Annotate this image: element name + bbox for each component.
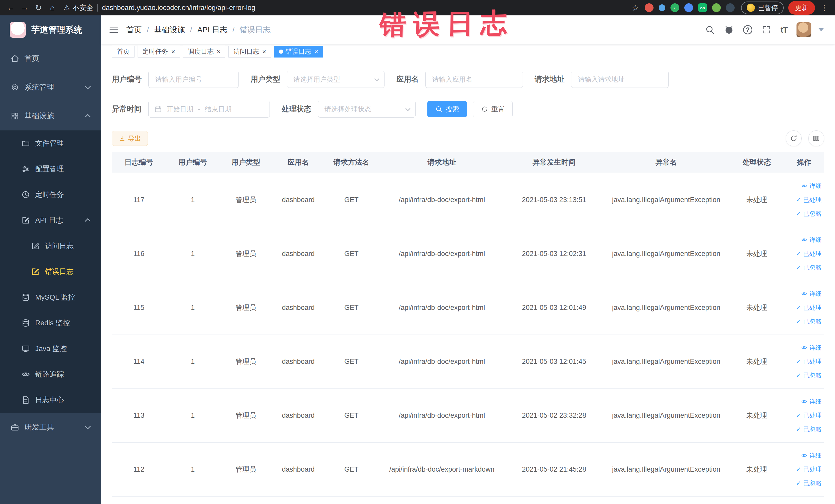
browser-update-button[interactable]: 更新 [788, 1, 815, 15]
extension-icon-blue-grid[interactable] [684, 3, 693, 12]
tab-access-log[interactable]: 访问日志 × [228, 46, 271, 58]
tampermonkey-paused-chip[interactable]: 已暂停 [741, 2, 784, 14]
close-icon[interactable]: × [217, 48, 221, 55]
row-action-ignore[interactable]: ✓ 已忽略 [784, 368, 822, 382]
sidebar-item-file-management[interactable]: 文件管理 [0, 130, 101, 156]
reset-button[interactable]: 重置 [473, 101, 513, 117]
user-avatar[interactable] [796, 22, 811, 37]
col-method: 请求方法名 [324, 152, 378, 173]
sidebar-item-java-monitor[interactable]: Java 监控 [0, 336, 101, 362]
request-url-input[interactable] [571, 71, 669, 88]
row-action-ignore[interactable]: ✓ 已忽略 [784, 476, 822, 490]
app-frame: 芋道管理系统 首页 系统管理 基础设施 [0, 15, 835, 504]
breadcrumb-item-api-log[interactable]: API 日志 [197, 25, 227, 35]
logo[interactable]: 芋道管理系统 [0, 15, 101, 44]
sidebar-item-trace[interactable]: 链路追踪 [0, 362, 101, 387]
row-action-ignore[interactable]: ✓ 已忽略 [784, 261, 822, 275]
fullscreen-icon[interactable] [761, 25, 771, 35]
close-icon[interactable]: × [314, 48, 318, 55]
help-icon[interactable]: ? [743, 25, 752, 35]
row-action-detail[interactable]: 详细 [784, 395, 822, 408]
app-name-input[interactable] [425, 71, 523, 88]
table-header-row: 日志编号 用户编号 用户类型 应用名 请求方法名 请求地址 异常发生时间 异常名… [112, 152, 824, 173]
user-id-input[interactable] [148, 71, 239, 88]
address-bar[interactable]: ⚠ 不安全 dashboard.yudao.iocoder.cn/infra/l… [60, 3, 628, 12]
row-action-ignore[interactable]: ✓ 已忽略 [784, 315, 822, 328]
user-type-select[interactable]: 请选择用户类型 [287, 71, 385, 88]
sidebar-item-home[interactable]: 首页 [0, 44, 101, 73]
sidebar-item-system-management[interactable]: 系统管理 [0, 73, 101, 102]
tab-error-log[interactable]: 错误日志 × [274, 46, 323, 58]
github-icon[interactable] [724, 25, 734, 35]
table-tools [786, 130, 824, 146]
font-size-icon[interactable]: tT [780, 25, 787, 35]
table-columns-button[interactable] [808, 130, 824, 146]
hamburger-menu-icon[interactable] [108, 24, 119, 35]
close-icon[interactable]: × [171, 48, 175, 55]
row-action-processed[interactable]: ✓ 已处理 [784, 355, 822, 368]
header-search-icon[interactable] [705, 25, 715, 35]
view-icon [801, 237, 807, 243]
row-action-processed[interactable]: ✓ 已处理 [784, 462, 822, 476]
cell-status: 未处理 [730, 173, 784, 227]
reload-icon[interactable]: ↻ [32, 2, 45, 14]
extension-icon-on-badge[interactable]: on [698, 3, 707, 12]
sidebar-item-scheduled-jobs[interactable]: 定时任务 [0, 182, 101, 207]
tab-scheduled-jobs[interactable]: 定时任务 × [138, 46, 180, 58]
row-action-detail[interactable]: 详细 [784, 179, 822, 193]
process-status-select[interactable]: 请选择处理状态 [318, 101, 415, 118]
row-action-detail[interactable]: 详细 [784, 341, 822, 355]
row-action-detail[interactable]: 详细 [784, 287, 822, 301]
filter-user-type: 用户类型 请选择用户类型 [250, 71, 385, 88]
cell-method: GET [324, 281, 378, 335]
row-action-processed[interactable]: ✓ 已处理 [784, 301, 822, 315]
cell-status: 未处理 [730, 281, 784, 335]
row-action-ignore[interactable]: ✓ 已忽略 [784, 207, 822, 221]
sidebar-item-api-log[interactable]: API 日志 [0, 207, 101, 233]
gear-icon [11, 83, 19, 92]
sidebar-item-log-center[interactable]: 日志中心 [0, 387, 101, 413]
sidebar-item-error-log[interactable]: 错误日志 [0, 259, 101, 284]
filter-buttons: 搜索 [427, 101, 467, 117]
row-action-ignore[interactable]: ✓ 已忽略 [784, 422, 822, 436]
tab-home[interactable]: 首页 [112, 46, 135, 58]
browser-home-icon[interactable]: ⌂ [46, 2, 59, 14]
filter-label: 异常时间 [112, 104, 142, 114]
row-action-processed[interactable]: ✓ 已处理 [784, 247, 822, 261]
sidebar-item-redis-monitor[interactable]: Redis 监控 [0, 310, 101, 336]
breadcrumb-item-home[interactable]: 首页 [126, 25, 142, 35]
forward-icon[interactable]: → [19, 2, 31, 14]
breadcrumb-item-infrastructure[interactable]: 基础设施 [154, 25, 185, 35]
extension-icon-paw[interactable] [726, 3, 735, 12]
bookmark-star-icon[interactable]: ☆ [629, 2, 641, 14]
extension-icon-blue-dot[interactable] [659, 4, 665, 11]
cell-user-type: 管理员 [220, 335, 272, 388]
back-icon[interactable]: ← [5, 2, 17, 14]
avatar-caret-icon[interactable] [819, 28, 824, 31]
sidebar-item-access-log[interactable]: 访问日志 [0, 233, 101, 259]
col-actions: 操作 [784, 152, 824, 173]
extension-icon-red[interactable] [645, 3, 653, 12]
select-placeholder: 请选择处理状态 [324, 105, 371, 114]
tab-schedule-log[interactable]: 调度日志 × [183, 46, 225, 58]
cell-log-id: 112 [112, 442, 166, 496]
sidebar-item-mysql-monitor[interactable]: MySQL 监控 [0, 284, 101, 310]
row-action-detail[interactable]: 详细 [784, 233, 822, 247]
search-button[interactable]: 搜索 [427, 101, 467, 117]
cell-exception-name: java.lang.IllegalArgumentException [603, 442, 730, 496]
sidebar-item-config-management[interactable]: 配置管理 [0, 156, 101, 182]
row-action-detail[interactable]: 详细 [784, 448, 822, 462]
table-refresh-button[interactable] [786, 130, 802, 146]
export-button[interactable]: 导出 [112, 131, 148, 146]
row-action-processed[interactable]: ✓ 已处理 [784, 193, 822, 207]
browser-menu-kebab-icon[interactable]: ⋮ [818, 2, 830, 14]
sidebar-item-infrastructure[interactable]: 基础设施 [0, 102, 101, 130]
date-range-picker[interactable]: 开始日期 - 结束日期 [148, 101, 270, 118]
chevron-up-icon [85, 114, 91, 120]
row-action-processed[interactable]: ✓ 已处理 [784, 408, 822, 422]
extension-icon-green-check[interactable]: ✓ [670, 3, 679, 12]
cell-app-name: dashboard [272, 335, 324, 388]
extension-icon-green-leaf[interactable] [712, 3, 721, 12]
sidebar-item-dev-tools[interactable]: 研发工具 [0, 413, 101, 442]
close-icon[interactable]: × [262, 48, 266, 55]
